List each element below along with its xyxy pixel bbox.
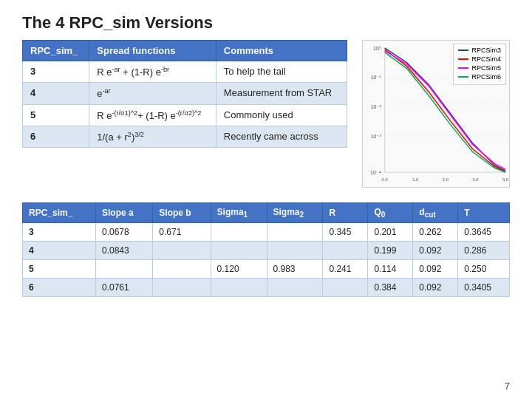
lower-col-sigma2: Sigma2 — [267, 203, 323, 223]
lower-table-cell — [267, 242, 323, 260]
lower-table-cell: 0.201 — [368, 223, 413, 242]
upper-table-row: 4e-arMeasurement from STAR — [23, 83, 347, 104]
upper-table: RPC_sim_ Spread functions Comments 3R e-… — [22, 40, 347, 148]
lower-table-cell: 0.384 — [368, 279, 413, 297]
legend-color-rpc3 — [458, 50, 468, 51]
legend-item-rpc6: RPCSim6 — [458, 73, 501, 81]
upper-table-row: 61/(a + r2)3/2Recently came across — [23, 126, 347, 147]
upper-cell-rpc: 3 — [23, 61, 89, 83]
svg-text:2.0: 2.0 — [443, 177, 449, 182]
lower-table-cell: 5 — [23, 260, 96, 279]
lower-table-row: 40.08430.1990.0920.286 — [23, 242, 510, 260]
upper-table-container: RPC_sim_ Spread functions Comments 3R e-… — [22, 40, 347, 188]
lower-table-cell: 0.250 — [458, 260, 510, 279]
legend-label-rpc5: RPCSim5 — [471, 64, 501, 72]
lower-table-row: 60.07610.3840.0920.3405 — [23, 279, 510, 297]
upper-cell-comment: Commonly used — [216, 104, 347, 126]
lower-table-cell — [211, 279, 267, 297]
lower-table: RPC_sim_ Slope a Slope b Sigma1 Sigma2 R… — [22, 202, 510, 297]
lower-table-cell: 0.0761 — [96, 279, 153, 297]
lower-table-cell: 0.092 — [413, 242, 458, 260]
lower-table-cell — [323, 242, 368, 260]
upper-table-row: 3R e-ar + (1-R) e-brTo help the tail — [23, 61, 347, 83]
col-rpc-sim: RPC_sim_ — [23, 41, 89, 61]
legend-label-rpc6: RPCSim6 — [471, 73, 501, 81]
lower-table-cell: 0.114 — [368, 260, 413, 279]
lower-table-cell — [96, 260, 153, 279]
lower-table-cell: 0.345 — [323, 223, 368, 242]
legend-color-rpc4 — [458, 58, 468, 60]
svg-text:10⁻²: 10⁻² — [371, 104, 382, 109]
lower-table-cell: 0.092 — [413, 279, 458, 297]
lower-table-cell — [323, 279, 368, 297]
upper-cell-rpc: 6 — [23, 126, 89, 147]
upper-cell-comment: Measurement from STAR — [216, 83, 347, 104]
legend-label-rpc4: RPCSim4 — [471, 55, 501, 63]
chart-area: 10⁰ 10⁻¹ 10⁻² 10⁻³ 10⁻⁴ 0.0 1.0 2.0 3.0 … — [362, 40, 510, 188]
lower-col-dcut: dcut — [413, 203, 458, 223]
lower-table-cell: 4 — [23, 242, 96, 260]
lower-col-slope-a: Slope a — [96, 203, 153, 223]
lower-table-cell — [211, 223, 267, 242]
lower-table-cell: 0.241 — [323, 260, 368, 279]
legend-color-rpc6 — [458, 76, 468, 78]
legend-item-rpc3: RPCSim3 — [458, 47, 501, 54]
lower-table-cell — [153, 242, 211, 260]
lower-table-cell: 0.092 — [413, 260, 458, 279]
legend-item-rpc4: RPCSim4 — [458, 55, 501, 63]
upper-cell-rpc: 5 — [23, 104, 89, 126]
lower-table-header-row: RPC_sim_ Slope a Slope b Sigma1 Sigma2 R… — [23, 203, 510, 223]
lower-table-cell: 0.983 — [267, 260, 323, 279]
upper-cell-rpc: 4 — [23, 83, 89, 104]
col-spread-functions: Spread functions — [89, 41, 216, 61]
lower-table-cell: 0.199 — [368, 242, 413, 260]
svg-text:10⁻¹: 10⁻¹ — [371, 75, 382, 80]
lower-table-cell: 6 — [23, 279, 96, 297]
lower-table-cell: 0.120 — [211, 260, 267, 279]
upper-cell-spread: R e-(r/σ1)^2+ (1-R) e-(r/σ2)^2 — [89, 104, 216, 126]
lower-col-sigma1: Sigma1 — [211, 203, 267, 223]
lower-table-cell: 3 — [23, 223, 96, 242]
svg-text:10⁰: 10⁰ — [373, 46, 381, 51]
svg-text:3.0: 3.0 — [472, 177, 479, 182]
upper-cell-spread: 1/(a + r2)3/2 — [89, 126, 216, 147]
chart-placeholder: 10⁰ 10⁻¹ 10⁻² 10⁻³ 10⁻⁴ 0.0 1.0 2.0 3.0 … — [362, 40, 510, 188]
col-comments: Comments — [216, 41, 347, 61]
lower-table-cell: 0.3405 — [458, 279, 510, 297]
svg-text:0.0: 0.0 — [382, 177, 389, 182]
svg-text:10⁻³: 10⁻³ — [371, 134, 382, 139]
legend-color-rpc5 — [458, 67, 468, 69]
lower-col-slope-b: Slope b — [153, 203, 211, 223]
upper-cell-spread: R e-ar + (1-R) e-br — [89, 61, 216, 83]
legend-item-rpc5: RPCSim5 — [458, 64, 501, 72]
upper-cell-comment: To help the tail — [216, 61, 347, 83]
svg-text:5.0: 5.0 — [502, 177, 509, 182]
lower-table-row: 30.06780.6710.3450.2010.2620.3645 — [23, 223, 510, 242]
main-content: RPC_sim_ Spread functions Comments 3R e-… — [0, 40, 532, 188]
lower-table-cell — [267, 223, 323, 242]
upper-cell-comment: Recently came across — [216, 126, 347, 147]
lower-table-cell — [153, 279, 211, 297]
lower-table-cell: 0.0678 — [96, 223, 153, 242]
lower-table-row: 50.1200.9830.2410.1140.0920.250 — [23, 260, 510, 279]
lower-table-cell — [211, 242, 267, 260]
lower-col-rpc: RPC_sim_ — [23, 203, 96, 223]
lower-table-cell: 0.671 — [153, 223, 211, 242]
lower-table-cell: 0.3645 — [458, 223, 510, 242]
upper-cell-spread: e-ar — [89, 83, 216, 104]
lower-section: RPC_sim_ Slope a Slope b Sigma1 Sigma2 R… — [0, 188, 532, 304]
svg-text:10⁻⁴: 10⁻⁴ — [370, 170, 381, 175]
lower-col-r: R — [323, 203, 368, 223]
upper-table-row: 5R e-(r/σ1)^2+ (1-R) e-(r/σ2)^2Commonly … — [23, 104, 347, 126]
lower-col-t: T — [458, 203, 510, 223]
upper-table-header-row: RPC_sim_ Spread functions Comments — [23, 41, 347, 61]
chart-legend: RPCSim3 RPCSim4 RPCSim5 RPCSim6 — [453, 44, 506, 85]
lower-table-cell — [267, 279, 323, 297]
lower-col-q0: Q0 — [368, 203, 413, 223]
svg-text:1.0: 1.0 — [412, 177, 419, 182]
page-title: The 4 RPC_sim Versions — [0, 0, 532, 40]
lower-table-cell: 0.0843 — [96, 242, 153, 260]
lower-table-cell: 0.262 — [413, 223, 458, 242]
page-number: 7 — [505, 381, 510, 392]
legend-label-rpc3: RPCSim3 — [471, 47, 501, 54]
